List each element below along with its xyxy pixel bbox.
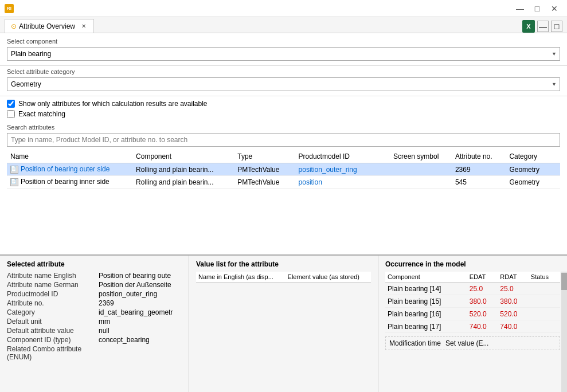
- attribute-field-row: Attribute name GermanPosition der Außens…: [7, 281, 182, 289]
- select-category-wrapper: Geometry: [7, 77, 560, 91]
- cell-name: 📄Position of bearing inner side: [7, 176, 132, 189]
- row-icon: 📄: [10, 166, 18, 174]
- cell-type: PMTechValue: [234, 176, 295, 189]
- select-component-dropdown[interactable]: Plain bearing: [7, 47, 560, 61]
- attr-label: Attribute name German: [7, 281, 99, 289]
- title-bar: RI — □ ✕: [0, 0, 567, 17]
- modification-time-box: Modification time Set value (E...: [385, 336, 560, 350]
- attr-label: Attribute no.: [7, 299, 99, 307]
- cell-component: Rolling and plain bearin...: [132, 163, 234, 176]
- occ-cell-edat: 520.0: [467, 308, 498, 320]
- cell-attribute-no: 545: [452, 176, 506, 189]
- app-icon: RI: [5, 4, 14, 13]
- attr-label: Component ID (type): [7, 336, 99, 344]
- search-input[interactable]: [7, 133, 560, 147]
- attr-label: Default attribute value: [7, 327, 99, 335]
- attribute-field-row: Default unitmm: [7, 317, 182, 326]
- attr-value: Position der Außenseite: [99, 281, 171, 289]
- col-productmodel-id: Productmodel ID: [295, 150, 390, 163]
- attr-label: Default unit: [7, 317, 99, 326]
- scroll-thumb: [561, 273, 567, 290]
- attr-value: 2369: [99, 299, 114, 307]
- attr-label: Attribute name English: [7, 272, 99, 280]
- col-component: Component: [132, 150, 234, 163]
- table-header-row: Name Component Type Productmodel ID Scre…: [7, 150, 560, 163]
- row-icon: 📄: [10, 178, 18, 186]
- cell-component: Rolling and plain bearin...: [132, 176, 234, 189]
- occ-col-component: Component: [385, 272, 467, 283]
- value-col-element: Element value (as stored): [286, 272, 371, 283]
- occ-cell-component: Plain bearing [16]: [385, 308, 467, 320]
- set-value-label: Set value (E...: [445, 339, 488, 347]
- attr-label: Related Combo attribute (ENUM): [7, 345, 99, 361]
- attr-value: Position of bearing oute: [99, 272, 171, 280]
- select-component-wrapper: Plain bearing: [7, 47, 560, 61]
- col-attribute-no: Attribute no.: [452, 150, 506, 163]
- cell-type: PMTechValue: [234, 163, 295, 176]
- value-col-name: Name in English (as disp...: [196, 272, 286, 283]
- occ-cell-status: [529, 308, 560, 320]
- attr-value: mm: [99, 317, 110, 326]
- attr-value: id_cat_bearing_geometr: [99, 308, 173, 316]
- occ-cell-status: [529, 283, 560, 295]
- occ-cell-edat: 380.0: [467, 295, 498, 308]
- occurrence-row[interactable]: Plain bearing [17] 740.0 740.0: [385, 320, 560, 333]
- occ-cell-status: [529, 295, 560, 308]
- tab-label: Attribute Overview: [19, 22, 75, 30]
- attribute-fields: Attribute name EnglishPosition of bearin…: [7, 272, 182, 361]
- occ-col-edat: EDAT: [467, 272, 498, 283]
- show-only-row: Show only attributes for which calculati…: [7, 100, 560, 108]
- exact-matching-label: Exact matching: [18, 110, 65, 118]
- mod-time-label: Modification time: [389, 339, 441, 347]
- tab-bar: ⊙ Attribute Overview ✕ X — □: [0, 17, 567, 33]
- bottom-section: Selected attribute Attribute name Englis…: [0, 254, 567, 392]
- cell-screen-symbol: [390, 176, 452, 189]
- occ-cell-rdat: 740.0: [498, 320, 529, 333]
- attr-label: Category: [7, 308, 99, 316]
- show-only-checkbox[interactable]: [7, 100, 15, 108]
- col-category: Category: [506, 150, 560, 163]
- minimize-button[interactable]: —: [512, 3, 528, 14]
- restore-panel-button[interactable]: □: [551, 21, 562, 32]
- excel-export-button[interactable]: X: [522, 20, 535, 33]
- select-category-label: Select attribute category: [7, 68, 560, 75]
- attribute-field-row: Component ID (type)concept_bearing: [7, 336, 182, 344]
- attribute-overview-tab[interactable]: ⊙ Attribute Overview ✕: [5, 19, 94, 33]
- scroll-bar[interactable]: [561, 272, 567, 392]
- occurrence-row[interactable]: Plain bearing [15] 380.0 380.0: [385, 295, 560, 308]
- col-type: Type: [234, 150, 295, 163]
- exact-matching-checkbox[interactable]: [7, 110, 15, 118]
- maximize-button[interactable]: □: [529, 3, 545, 14]
- col-screen-symbol: Screen symbol: [390, 150, 452, 163]
- toolbar-right: X — □: [522, 20, 562, 33]
- select-category-dropdown[interactable]: Geometry: [7, 77, 560, 91]
- occurrence-row[interactable]: Plain bearing [16] 520.0 520.0: [385, 308, 560, 320]
- table-row[interactable]: 📄Position of bearing outer side Rolling …: [7, 163, 560, 176]
- selected-attribute-title: Selected attribute: [7, 260, 182, 268]
- tab-icon: ⊙: [11, 22, 17, 30]
- occ-col-rdat: RDAT: [498, 272, 529, 283]
- close-button[interactable]: ✕: [546, 3, 562, 14]
- cell-screen-symbol: [390, 163, 452, 176]
- select-component-label: Select component: [7, 38, 560, 45]
- cell-name: 📄Position of bearing outer side: [7, 163, 132, 176]
- value-list-title: Value list for the attribute: [196, 260, 371, 268]
- attribute-field-row: Default attribute valuenull: [7, 327, 182, 335]
- cell-productmodel-id: position_outer_ring: [295, 163, 390, 176]
- occurrence-row[interactable]: Plain bearing [14] 25.0 25.0: [385, 283, 560, 295]
- occ-cell-rdat: 380.0: [498, 295, 529, 308]
- occ-cell-status: [529, 320, 560, 333]
- table-row[interactable]: 📄Position of bearing inner side Rolling …: [7, 176, 560, 189]
- value-list-panel: Value list for the attribute Name in Eng…: [189, 256, 378, 392]
- tab-close-button[interactable]: ✕: [80, 22, 88, 30]
- cell-attribute-no: 2369: [452, 163, 506, 176]
- show-only-label: Show only attributes for which calculati…: [18, 100, 208, 108]
- attribute-field-row: Categoryid_cat_bearing_geometr: [7, 308, 182, 316]
- select-category-section: Select attribute category Geometry: [0, 66, 567, 96]
- attributes-table-wrapper: Name Component Type Productmodel ID Scre…: [0, 150, 567, 254]
- cell-category: Geometry: [506, 176, 560, 189]
- minimize-panel-button[interactable]: —: [537, 21, 549, 32]
- cell-productmodel-id: position: [295, 176, 390, 189]
- col-name: Name: [7, 150, 132, 163]
- search-section: Search attributes: [0, 120, 567, 147]
